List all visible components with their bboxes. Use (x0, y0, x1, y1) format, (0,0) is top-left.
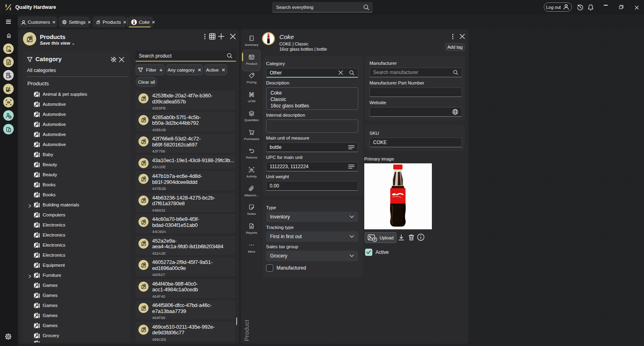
svg-text:...: ... (402, 198, 404, 201)
